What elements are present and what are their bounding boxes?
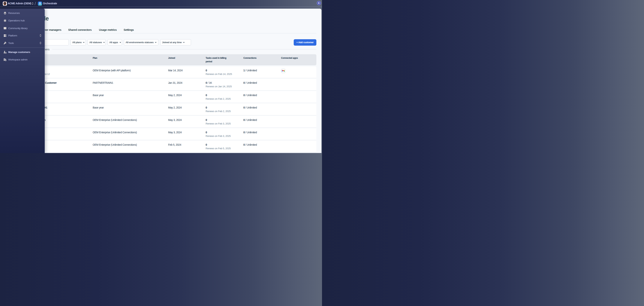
- svg-text:SALES: SALES: [4, 2, 6, 3]
